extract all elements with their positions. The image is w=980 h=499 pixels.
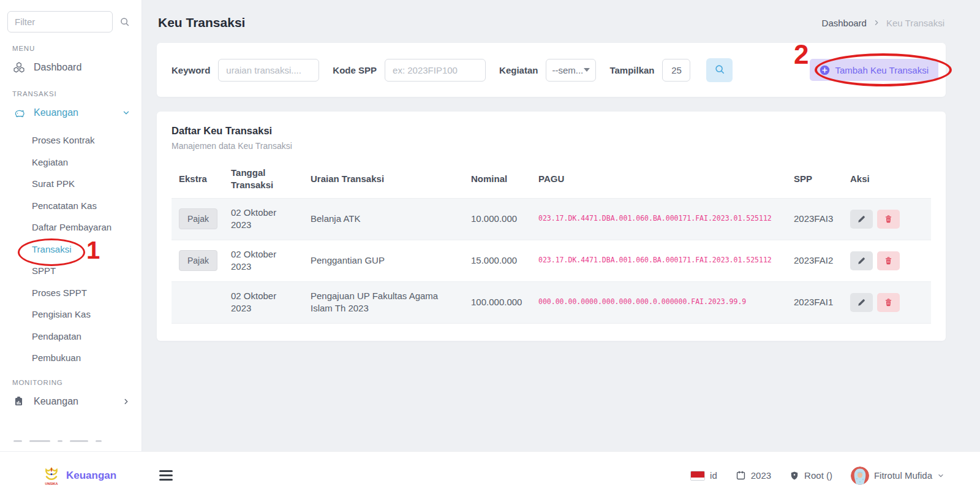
edit-button[interactable]	[850, 251, 873, 270]
keuangan-submenu: Proses KontrakKegiatanSurat PPKPencatata…	[0, 129, 141, 369]
sidebar-faded-item	[13, 439, 130, 443]
chevron-right-icon	[873, 19, 880, 26]
tampilkan-input[interactable]	[662, 59, 690, 82]
menu-toggle-icon[interactable]	[159, 470, 173, 480]
user-menu[interactable]: Fitrotul Mufida	[851, 467, 944, 485]
piggy-bank-icon	[13, 107, 26, 120]
language-label: id	[710, 470, 717, 481]
sidebar-subitem-kegiatan[interactable]: Kegiatan	[0, 151, 141, 173]
role-selector[interactable]: Root ()	[790, 470, 832, 481]
pencil-icon	[857, 215, 866, 224]
year-selector[interactable]: 2023	[736, 470, 771, 481]
role-label: Root ()	[804, 470, 832, 481]
sidebar-section-monitoring: MONITORING	[12, 379, 141, 386]
pajak-badge: Pajak	[179, 208, 217, 230]
col-uraian: Uraian Transaksi	[303, 167, 464, 191]
sidebar-item-dashboard[interactable]: Dashboard	[0, 55, 141, 80]
chevron-down-icon	[122, 109, 130, 117]
caret-down-icon	[584, 68, 590, 72]
table-header-row: Ekstra Tanggal Transaksi Uraian Transaks…	[172, 161, 931, 198]
breadcrumb: Dashboard Keu Transaksi	[822, 18, 944, 28]
delete-button[interactable]	[877, 210, 900, 229]
chevron-right-icon	[122, 397, 130, 406]
cell-aksi	[843, 245, 931, 276]
unsika-logo: UNSIKA	[42, 465, 61, 486]
cell-ekstra	[172, 296, 224, 308]
plus-circle-icon	[820, 65, 830, 75]
shield-icon	[790, 471, 799, 481]
transactions-table: Ekstra Tanggal Transaksi Uraian Transaks…	[172, 161, 931, 324]
kegiatan-selected-value: --sem...	[552, 65, 583, 75]
table-row: Pajak02 Oktober 2023Belanja ATK10.000.00…	[172, 198, 931, 240]
col-pagu: PAGU	[531, 167, 786, 191]
search-button[interactable]	[706, 58, 733, 82]
table-body: Pajak02 Oktober 2023Belanja ATK10.000.00…	[172, 198, 931, 323]
cell-nominal: 15.000.000	[464, 248, 531, 273]
cell-pagu: 023.17.DK.4471.DBA.001.060.BA.000171.FAI…	[531, 208, 786, 230]
cell-pagu: 023.17.DK.4471.DBA.001.060.BA.000171.FAI…	[531, 250, 786, 272]
svg-text:UNSIKA: UNSIKA	[45, 481, 58, 485]
sidebar-subitem-pengisian-kas[interactable]: Pengisian Kas	[0, 303, 141, 326]
table-row: Pajak02 Oktober 2023Penggantian GUP15.00…	[172, 240, 931, 281]
table-row: 02 Oktober 2023Pengajuan UP Fakultas Aga…	[172, 281, 931, 323]
kode-spp-input[interactable]	[385, 59, 486, 82]
brand-name: Keuangan	[66, 470, 116, 482]
cell-uraian: Belanja ATK	[303, 207, 464, 231]
sidebar-subitem-daftar-pembayaran[interactable]: Daftar Pembayaran	[0, 216, 141, 238]
cell-spp: 2023FAI2	[786, 248, 843, 273]
sidebar-subitem-surat-ppk[interactable]: Surat PPK	[0, 173, 141, 195]
pencil-icon	[857, 256, 866, 265]
sidebar-filter-input[interactable]	[7, 11, 113, 32]
cell-spp: 2023FAI1	[786, 290, 843, 314]
user-name: Fitrotul Mufida	[874, 470, 932, 481]
kegiatan-select[interactable]: --sem...	[546, 59, 596, 82]
sidebar: MENU Dashboard TRANSAKSI Keuangan Proses…	[0, 0, 142, 451]
edit-button[interactable]	[850, 293, 873, 312]
sidebar-section-menu: MENU	[12, 45, 141, 52]
avatar	[851, 467, 869, 485]
keyword-input[interactable]	[218, 59, 319, 82]
search-icon[interactable]	[119, 17, 130, 27]
trash-icon	[884, 256, 893, 265]
delete-button[interactable]	[877, 293, 900, 312]
filter-card: Keyword Kode SPP Kegiatan --sem... Tampi…	[157, 43, 946, 97]
sidebar-subitem-proses-sppt[interactable]: Proses SPPT	[0, 282, 141, 304]
sidebar-item-monitoring-keuangan[interactable]: Keuangan	[0, 389, 141, 414]
tambah-keu-transaksi-button[interactable]: Tambah Keu Transaksi	[810, 59, 938, 81]
cell-nominal: 10.000.000	[464, 207, 531, 231]
col-ekstra: Ekstra	[172, 167, 224, 191]
sidebar-subitem-sppt[interactable]: SPPT	[0, 260, 141, 282]
pajak-badge: Pajak	[179, 250, 217, 272]
tampilkan-label: Tampilkan	[609, 65, 654, 75]
sidebar-subitem-pendapatan[interactable]: Pendapatan	[0, 326, 141, 348]
breadcrumb-dashboard[interactable]: Dashboard	[822, 18, 867, 28]
col-nominal: Nominal	[464, 167, 531, 191]
sidebar-subitem-proses-kontrak[interactable]: Proses Kontrak	[0, 129, 141, 151]
boxes-icon	[13, 61, 26, 74]
table-title: Daftar Keu Transaksi	[172, 125, 931, 137]
page-title: Keu Transaksi	[158, 15, 245, 30]
sidebar-item-label: Keuangan	[34, 107, 78, 118]
col-spp: SPP	[786, 167, 843, 191]
footer-bar: UNSIKA Keuangan id 2023 Root ()	[0, 451, 980, 499]
cell-aksi	[843, 204, 931, 235]
sidebar-item-label: Keuangan	[34, 396, 78, 407]
sidebar-item-keuangan[interactable]: Keuangan	[0, 100, 141, 126]
calendar-icon	[736, 470, 746, 481]
sidebar-subitem-transaksi[interactable]: Transaksi	[0, 238, 141, 261]
language-switcher[interactable]: id	[690, 470, 717, 481]
edit-button[interactable]	[850, 210, 873, 229]
trash-icon	[884, 298, 893, 307]
sidebar-subitem-pembukuan[interactable]: Pembukuan	[0, 347, 141, 369]
year-label: 2023	[751, 470, 771, 481]
delete-button[interactable]	[877, 251, 900, 270]
trash-icon	[884, 215, 893, 224]
table-subtitle: Manajemen data Keu Transaksi	[172, 141, 931, 151]
col-aksi: Aksi	[843, 167, 931, 191]
brand[interactable]: UNSIKA Keuangan	[42, 465, 116, 486]
cell-pagu: 000.00.00.0000.000.000.000.0.000000.FAI.…	[531, 291, 786, 313]
col-tanggal: Tanggal Transaksi	[224, 161, 303, 198]
keyword-label: Keyword	[172, 65, 210, 75]
clipboard-chart-icon	[13, 395, 26, 407]
sidebar-subitem-pencatatan-kas[interactable]: Pencatatan Kas	[0, 195, 141, 217]
